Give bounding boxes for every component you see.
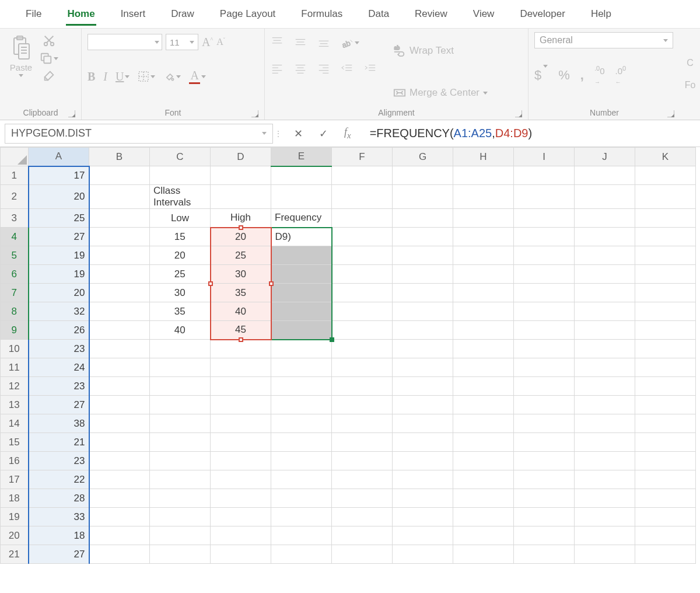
dialog-launcher-icon[interactable] [68, 110, 75, 117]
increase-indent-button[interactable] [364, 62, 377, 76]
cell-A5[interactable]: 19 [29, 246, 89, 265]
cell-A12[interactable]: 23 [29, 377, 89, 396]
cell-G17[interactable] [393, 470, 453, 489]
cell-A1[interactable]: 17 [29, 166, 89, 185]
select-all-corner[interactable] [1, 148, 29, 166]
cell-F7[interactable] [332, 284, 393, 302]
cell-E12[interactable] [271, 377, 332, 396]
column-header-K[interactable]: K [635, 148, 696, 166]
cell-J18[interactable] [575, 489, 635, 508]
cell-H14[interactable] [453, 414, 514, 433]
row-header-11[interactable]: 11 [1, 358, 29, 377]
tab-page-layout[interactable]: Page Layout [207, 0, 288, 28]
cell-H4[interactable] [453, 228, 514, 246]
cell-K17[interactable] [635, 470, 696, 489]
cell-A21[interactable]: 27 [29, 545, 89, 564]
copy-button[interactable] [40, 52, 58, 65]
insert-function-button[interactable]: fx [344, 126, 351, 141]
align-left-button[interactable] [271, 62, 284, 76]
cell-I21[interactable] [514, 545, 575, 564]
column-header-E[interactable]: E [271, 148, 332, 166]
cell-B16[interactable] [89, 452, 150, 470]
cell-C9[interactable]: 40 [150, 321, 211, 340]
cell-C21[interactable] [150, 545, 211, 564]
comma-format-button[interactable]: , [580, 68, 584, 83]
cell-C12[interactable] [150, 377, 211, 396]
formula-input[interactable]: =FREQUENCY(A1:A25,D4:D9) [362, 127, 695, 140]
cell-I17[interactable] [514, 470, 575, 489]
cell-K5[interactable] [635, 246, 696, 265]
cell-J19[interactable] [575, 508, 635, 526]
cell-I10[interactable] [514, 340, 575, 358]
cell-J13[interactable] [575, 396, 635, 414]
cell-D11[interactable] [211, 358, 271, 377]
font-color-button[interactable]: A [189, 69, 205, 84]
cell-C10[interactable] [150, 340, 211, 358]
cell-I4[interactable] [514, 228, 575, 246]
cell-A4[interactable]: 27 [29, 228, 89, 246]
cell-B19[interactable] [89, 508, 150, 526]
cell-H10[interactable] [453, 340, 514, 358]
cell-D13[interactable] [211, 396, 271, 414]
cell-A2[interactable]: 20 [29, 185, 89, 209]
cell-F4[interactable] [332, 228, 393, 246]
row-header-5[interactable]: 5 [1, 246, 29, 265]
font-size-combo[interactable]: 11 [166, 34, 198, 50]
cell-D14[interactable] [211, 414, 271, 433]
dialog-launcher-icon[interactable] [251, 110, 258, 117]
row-header-9[interactable]: 9 [1, 321, 29, 340]
cell-H1[interactable] [453, 166, 514, 185]
cell-K20[interactable] [635, 526, 696, 545]
cell-I12[interactable] [514, 377, 575, 396]
cell-J11[interactable] [575, 358, 635, 377]
cell-A15[interactable]: 21 [29, 433, 89, 452]
cell-J7[interactable] [575, 284, 635, 302]
cell-E5[interactable] [271, 246, 332, 265]
cell-F12[interactable] [332, 377, 393, 396]
cell-K18[interactable] [635, 489, 696, 508]
row-header-1[interactable]: 1 [1, 166, 29, 185]
cell-E2[interactable] [271, 185, 332, 209]
tab-developer[interactable]: Developer [507, 0, 578, 28]
cell-H9[interactable] [453, 321, 514, 340]
cell-C7[interactable]: 30 [150, 284, 211, 302]
cell-H17[interactable] [453, 470, 514, 489]
cell-K13[interactable] [635, 396, 696, 414]
cell-G2[interactable] [393, 185, 453, 209]
cell-G1[interactable] [393, 166, 453, 185]
cell-J2[interactable] [575, 185, 635, 209]
tab-view[interactable]: View [460, 0, 508, 28]
cell-E20[interactable] [271, 526, 332, 545]
cell-C6[interactable]: 25 [150, 265, 211, 284]
font-name-combo[interactable] [88, 34, 162, 50]
cell-A20[interactable]: 18 [29, 526, 89, 545]
row-header-18[interactable]: 18 [1, 489, 29, 508]
tab-draw[interactable]: Draw [158, 0, 207, 28]
cell-K1[interactable] [635, 166, 696, 185]
align-bottom-button[interactable] [317, 36, 330, 50]
cell-I20[interactable] [514, 526, 575, 545]
cell-C15[interactable] [150, 433, 211, 452]
cell-D5[interactable]: 25 [211, 246, 271, 265]
increase-font-button[interactable]: A^ [202, 36, 213, 49]
row-header-17[interactable]: 17 [1, 470, 29, 489]
cell-J6[interactable] [575, 265, 635, 284]
cell-B11[interactable] [89, 358, 150, 377]
cell-C4[interactable]: 15 [150, 228, 211, 246]
cell-K4[interactable] [635, 228, 696, 246]
decrease-decimal-button[interactable]: .00← [615, 65, 626, 86]
cell-C3[interactable]: Low [150, 209, 211, 228]
cell-B6[interactable] [89, 265, 150, 284]
cell-E11[interactable] [271, 358, 332, 377]
cell-D15[interactable] [211, 433, 271, 452]
row-header-4[interactable]: 4 [1, 228, 29, 246]
cell-C13[interactable] [150, 396, 211, 414]
cell-C16[interactable] [150, 452, 211, 470]
cell-D7[interactable]: 35 [211, 284, 271, 302]
cell-F11[interactable] [332, 358, 393, 377]
italic-button[interactable]: I [103, 70, 107, 83]
bold-button[interactable]: B [88, 70, 95, 83]
cell-B8[interactable] [89, 302, 150, 321]
cell-J17[interactable] [575, 470, 635, 489]
wrap-text-button[interactable]: ab Wrap Text [393, 44, 488, 57]
